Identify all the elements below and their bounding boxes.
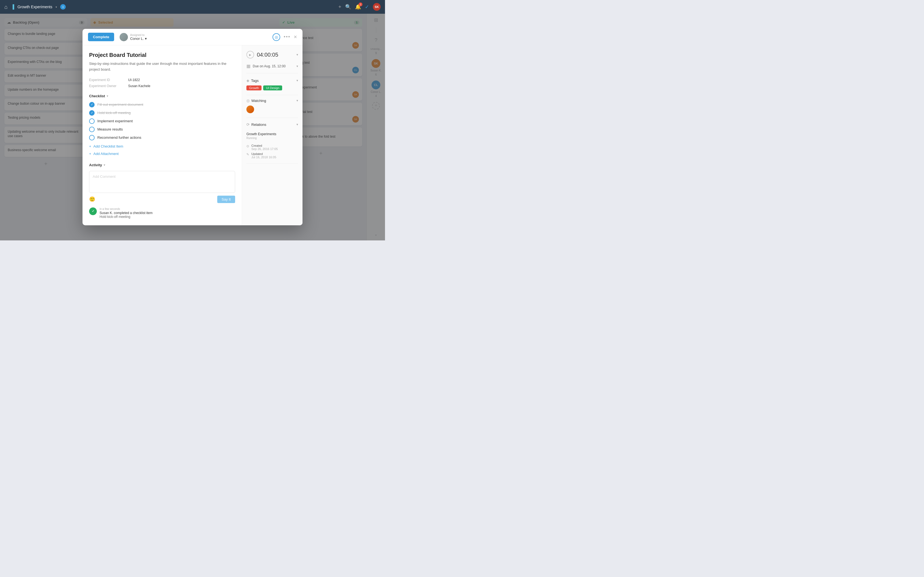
comment-input[interactable]: Add Comment xyxy=(89,171,235,193)
more-options-button[interactable]: ••• xyxy=(284,34,291,40)
checklist-text-5: Recommend further actions xyxy=(97,135,141,140)
project-name[interactable]: Growth Experiments xyxy=(17,5,52,9)
modal-body: Project Board Tutorial Step-by-step inst… xyxy=(82,45,302,225)
check-circle-2[interactable] xyxy=(89,110,95,116)
timer-row: ▶ 04:00:05 ▾ xyxy=(246,51,298,58)
assignee-info: Assigned to Conor L. ▾ xyxy=(130,34,147,41)
checklist-items: Fill out experiment document Hold kick-o… xyxy=(89,102,235,140)
due-date-icon: ▦ xyxy=(246,63,250,69)
watching-expand-icon[interactable]: ▾ xyxy=(296,98,298,103)
activity-item-1: ✓ in a few seconds Susan K. completed a … xyxy=(89,208,235,219)
timer-value: 04:00:05 xyxy=(257,52,294,58)
timer-play-button[interactable]: ▶ xyxy=(246,51,254,58)
emoji-button[interactable]: 🙂 xyxy=(89,196,95,202)
tags-expand-icon[interactable]: ▾ xyxy=(296,79,298,82)
relations-project-name: Growth Experiments xyxy=(246,132,298,136)
project-dropdown-icon[interactable]: ▾ xyxy=(55,5,57,8)
relations-project-status: Running xyxy=(246,137,298,140)
timer-expand-icon[interactable]: ▾ xyxy=(296,53,298,56)
activity-item-name: Hold kick-off meeting xyxy=(100,215,153,219)
created-updated: ⊙ Created Sep 26, 2016 17:05 ✎ xyxy=(246,142,298,159)
relations-icon: ⟳ xyxy=(246,122,250,127)
relations-header[interactable]: ⟳ Relations ▾ xyxy=(246,122,298,127)
complete-button[interactable]: Complete xyxy=(88,33,114,41)
modal-left-panel: Project Board Tutorial Step-by-step inst… xyxy=(82,45,242,225)
comment-actions: 🙂 Say It xyxy=(89,196,235,203)
assignee-name[interactable]: Conor L. ▾ xyxy=(130,37,147,41)
add-checklist-item-button[interactable]: + Add Checklist Item xyxy=(89,143,235,150)
checklist-text-2: Hold kick-off meeting xyxy=(97,111,131,115)
info-icon[interactable]: i xyxy=(60,4,66,10)
checklist-item-4: Measure results xyxy=(89,127,235,132)
add-icon: + xyxy=(89,144,91,148)
close-button[interactable]: × xyxy=(294,34,297,40)
top-nav: ⌂ ▐ Growth Experiments ▾ i + 🔍 🔔 2 ✓ SK xyxy=(0,0,385,14)
relations-section: ⟳ Relations ▾ Growth Experiments Running… xyxy=(246,122,298,163)
project-chart-icon: ▐ xyxy=(11,5,14,9)
check-button[interactable]: ✓ xyxy=(365,4,369,10)
notifications-button[interactable]: 🔔 2 xyxy=(355,4,361,10)
relations-expand-icon[interactable]: ▾ xyxy=(296,122,298,126)
updated-content: Updated Jul 16, 2018 16:05 xyxy=(251,152,276,159)
tags-section: ◈ Tags ▾ Growth UI Design xyxy=(246,78,298,90)
add-attachment-button[interactable]: + Add Attachment xyxy=(89,151,235,157)
checklist-text-3: Implement experiment xyxy=(97,119,133,123)
modal-description: Step-by-step instructions that guide the… xyxy=(89,61,235,73)
experiment-id-label: Experiment ID xyxy=(89,78,125,82)
watch-button[interactable]: ◎ xyxy=(273,33,280,41)
updated-label: Updated xyxy=(251,152,276,156)
created-item: ⊙ Created Sep 26, 2016 17:05 xyxy=(246,144,298,151)
tags-icon: ◈ xyxy=(246,78,249,83)
checklist-item-5: Recommend further actions xyxy=(89,135,235,140)
updated-date: Jul 16, 2018 16:05 xyxy=(251,156,276,159)
ui-design-tag[interactable]: UI Design xyxy=(263,85,282,90)
divider-1 xyxy=(246,95,298,95)
created-label: Created xyxy=(251,144,278,147)
watching-section: ◎ Watching ▾ xyxy=(246,98,298,118)
check-circle-4[interactable] xyxy=(89,127,95,132)
watching-icon: ◎ xyxy=(246,98,250,103)
updated-item: ✎ Updated Jul 16, 2018 16:05 xyxy=(246,152,298,159)
assignee-chevron-icon: ▾ xyxy=(145,37,147,41)
notification-badge: 2 xyxy=(359,2,362,6)
check-circle-1[interactable] xyxy=(89,102,95,108)
modal-right-panel: ▶ 04:00:05 ▾ ▦ Due on Aug. 15, 12:00 ▾ ◈ xyxy=(242,45,302,225)
tags-label: Tags xyxy=(251,79,295,83)
modal-meta: Experiment ID UI-1822 Experiment Owner S… xyxy=(89,78,235,88)
say-it-button[interactable]: Say It xyxy=(217,196,235,203)
activity-header[interactable]: Activity ▾ xyxy=(89,163,235,167)
activity-section: Activity ▾ Add Comment 🙂 Say It ✓ xyxy=(89,163,235,219)
relations-item: Growth Experiments Running ⊙ Created Sep… xyxy=(246,129,298,163)
created-icon: ⊙ xyxy=(246,144,249,148)
growth-tag[interactable]: Growth xyxy=(246,85,262,90)
due-expand-icon[interactable]: ▾ xyxy=(296,64,298,68)
experiment-id-value: UI-1822 xyxy=(128,78,235,82)
assignee-avatar xyxy=(120,33,128,41)
owner-label: Experiment Owner xyxy=(89,84,125,88)
assigned-to-label: Assigned to xyxy=(130,34,147,37)
checklist-toggle-icon: ▾ xyxy=(107,95,108,98)
watching-label: Watching xyxy=(251,98,295,103)
watching-header[interactable]: ◎ Watching ▾ xyxy=(246,98,298,103)
tags-list: Growth UI Design xyxy=(246,85,298,90)
add-task-button[interactable]: + xyxy=(338,4,341,10)
modal-overlay[interactable]: Complete Assigned to Conor L. ▾ ◎ xyxy=(0,14,385,240)
activity-content: in a few seconds Susan K. completed a ch… xyxy=(100,208,153,219)
due-date-text[interactable]: Due on Aug. 15, 12:00 xyxy=(253,64,294,68)
modal-title: Project Board Tutorial xyxy=(89,52,235,58)
search-button[interactable]: 🔍 xyxy=(345,4,351,10)
owner-value: Susan Kachele xyxy=(128,84,235,88)
home-icon[interactable]: ⌂ xyxy=(5,4,8,10)
check-circle-5[interactable] xyxy=(89,135,95,140)
modal-top-bar: Complete Assigned to Conor L. ▾ ◎ xyxy=(82,29,302,45)
due-date-row: ▦ Due on Aug. 15, 12:00 ▾ xyxy=(246,63,298,73)
checklist-item-1: Fill out experiment document xyxy=(89,102,235,108)
comment-placeholder: Add Comment xyxy=(93,174,115,179)
checklist-header[interactable]: Checklist ▾ xyxy=(89,94,235,98)
watching-avatar xyxy=(246,105,254,113)
tags-header[interactable]: ◈ Tags ▾ xyxy=(246,78,298,83)
updated-icon: ✎ xyxy=(246,153,249,156)
task-modal: Complete Assigned to Conor L. ▾ ◎ xyxy=(82,29,302,225)
check-circle-3[interactable] xyxy=(89,118,95,124)
user-avatar[interactable]: SK xyxy=(373,3,381,11)
